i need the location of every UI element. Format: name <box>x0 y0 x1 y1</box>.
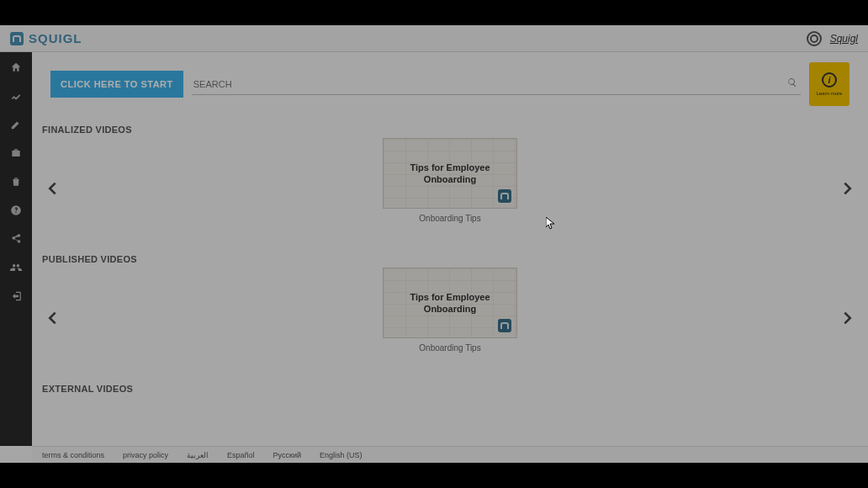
section-title-published: PUBLISHED VIDEOS <box>40 246 860 268</box>
footer-link-terms[interactable]: terms & conditions <box>42 451 104 459</box>
carousel-finalized: Tips for Employee Onboarding Onboarding … <box>40 138 860 239</box>
user-avatar-icon[interactable] <box>807 31 822 46</box>
pencil-icon <box>10 119 22 130</box>
learn-more-button[interactable]: i Learn more <box>809 62 849 106</box>
learn-more-label: Learn more <box>817 91 843 96</box>
sidebar-item-help[interactable] <box>5 202 27 219</box>
sidebar <box>0 52 32 446</box>
video-caption: Onboarding Tips <box>419 343 480 353</box>
video-thumb: Tips for Employee Onboarding <box>383 138 517 209</box>
letterbox-top <box>0 0 868 25</box>
app-frame: SQUIGL Squigl CLICK HERE TO START <box>0 25 868 463</box>
sidebar-item-trash[interactable] <box>5 173 27 190</box>
video-card-published[interactable]: Tips for Employee Onboarding Onboarding … <box>383 268 517 353</box>
controls-row: CLICK HERE TO START i Learn more <box>32 52 868 109</box>
logout-icon <box>10 290 22 302</box>
chevron-left-icon <box>43 179 61 198</box>
search-input[interactable] <box>192 74 801 95</box>
sidebar-item-home[interactable] <box>5 59 27 76</box>
squigl-badge-icon <box>498 319 511 332</box>
home-icon <box>10 61 22 73</box>
main-content: CLICK HERE TO START i Learn more FINALIZ… <box>32 52 868 446</box>
search-icon <box>787 77 797 88</box>
letterbox-bottom <box>0 463 868 488</box>
start-button[interactable]: CLICK HERE TO START <box>50 71 183 98</box>
video-thumb-title: Tips for Employee Onboarding <box>384 291 516 316</box>
sidebar-item-logout[interactable] <box>5 288 27 305</box>
brand[interactable]: SQUIGL <box>10 31 82 45</box>
carousel-prev-published[interactable] <box>40 306 64 330</box>
footer-link-privacy[interactable]: privacy policy <box>123 451 168 459</box>
trash-icon <box>10 176 22 188</box>
topbar-right: Squigl <box>807 31 858 46</box>
brand-text: SQUIGL <box>29 31 82 45</box>
chevron-right-icon <box>839 179 857 198</box>
video-card-finalized[interactable]: Tips for Employee Onboarding Onboarding … <box>383 138 517 223</box>
footer-link-english[interactable]: English (US) <box>320 451 363 459</box>
chart-icon <box>10 90 22 102</box>
video-thumb: Tips for Employee Onboarding <box>383 268 517 338</box>
search-wrap <box>192 74 801 95</box>
section-published: PUBLISHED VIDEOS Tips for Employee Onboa… <box>32 239 868 369</box>
section-title-finalized: FINALIZED VIDEOS <box>40 116 860 138</box>
carousel-next-finalized[interactable] <box>836 177 860 200</box>
help-icon <box>10 204 22 216</box>
app-body: CLICK HERE TO START i Learn more FINALIZ… <box>0 52 868 446</box>
section-finalized: FINALIZED VIDEOS Tips for Employee Onboa… <box>32 109 868 239</box>
brand-icon <box>10 32 24 45</box>
section-title-external: EXTERNAL VIDEOS <box>40 375 860 397</box>
squigl-badge-icon <box>498 189 511 203</box>
carousel-published: Tips for Employee Onboarding Onboarding … <box>40 268 860 369</box>
footer-link-arabic[interactable]: العربية <box>187 451 209 459</box>
sidebar-item-users[interactable] <box>5 259 27 276</box>
section-external: EXTERNAL VIDEOS <box>32 369 868 397</box>
share-icon <box>10 233 22 245</box>
footer-link-spanish[interactable]: Español <box>227 451 255 459</box>
briefcase-icon <box>10 147 22 159</box>
chevron-right-icon <box>839 309 857 327</box>
footer: terms & conditions privacy policy العربي… <box>32 446 868 463</box>
sidebar-item-share[interactable] <box>5 231 27 247</box>
carousel-prev-finalized[interactable] <box>40 177 64 200</box>
footer-link-russian[interactable]: Русский <box>273 451 301 459</box>
chevron-left-icon <box>43 309 61 327</box>
topbar: SQUIGL Squigl <box>0 25 868 52</box>
users-icon <box>10 262 22 273</box>
sidebar-item-edit[interactable] <box>5 116 27 133</box>
sidebar-item-briefcase[interactable] <box>5 145 27 162</box>
video-thumb-title: Tips for Employee Onboarding <box>384 162 516 186</box>
user-menu-link[interactable]: Squigl <box>830 33 858 45</box>
info-icon: i <box>822 72 837 88</box>
sidebar-item-analytics[interactable] <box>5 88 27 104</box>
video-caption: Onboarding Tips <box>419 214 480 223</box>
carousel-next-published[interactable] <box>836 306 860 330</box>
